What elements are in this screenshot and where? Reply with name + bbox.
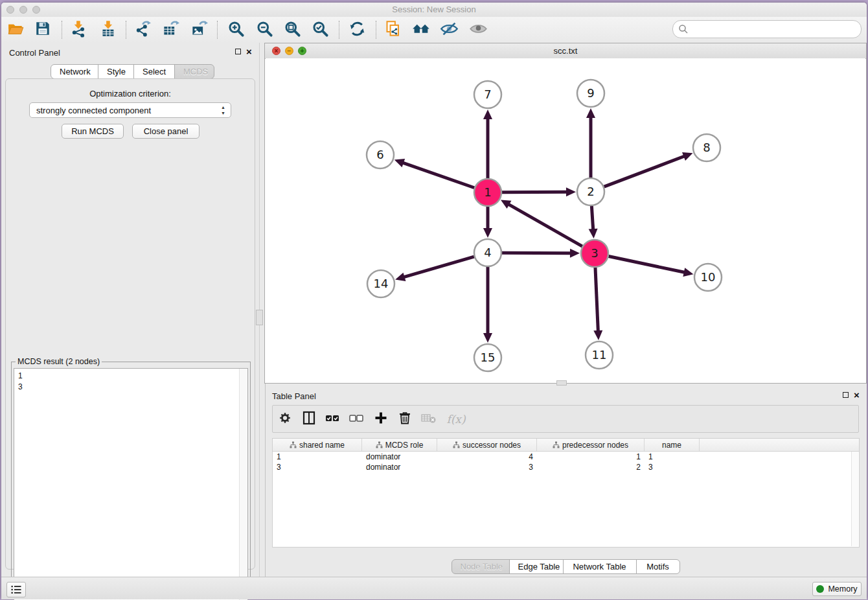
- tab-select[interactable]: Select: [133, 64, 175, 79]
- zoom-in-button[interactable]: [224, 19, 247, 41]
- refresh-icon: [348, 20, 366, 40]
- hide-selected-button[interactable]: [437, 19, 461, 41]
- column-header-name[interactable]: name: [645, 439, 700, 451]
- network-canvas[interactable]: 7968124314101511: [266, 58, 865, 382]
- trash-icon: [397, 410, 413, 428]
- graph-edge-4-3[interactable]: [502, 253, 571, 253]
- select-all-columns-button[interactable]: [321, 408, 345, 431]
- delete-table-button[interactable]: [417, 408, 440, 431]
- export-table-button[interactable]: [159, 19, 182, 41]
- graph-edge-2-8[interactable]: [604, 156, 685, 187]
- first-neighbors-button[interactable]: [409, 19, 433, 41]
- unselect-all-columns-button[interactable]: [345, 408, 369, 431]
- tab-network-table[interactable]: Network Table: [563, 559, 637, 574]
- graph-edge-1-6[interactable]: [402, 163, 474, 188]
- graph-node-label: 15: [481, 351, 496, 364]
- table-options-button[interactable]: [273, 408, 297, 431]
- cell-name[interactable]: 1: [645, 452, 700, 462]
- tab-motifs[interactable]: Motifs: [636, 559, 680, 574]
- tab-network[interactable]: Network: [51, 64, 98, 79]
- graph-edge-arrowhead: [483, 333, 492, 343]
- tab-node-table[interactable]: Node Table: [451, 559, 510, 574]
- cell-predecessor-nodes[interactable]: 1: [537, 452, 645, 462]
- mcds-result-textarea[interactable]: 1 3: [14, 368, 248, 600]
- table-panel: Table Panel ×: [264, 386, 867, 577]
- show-columns-button[interactable]: [297, 408, 321, 431]
- cell-successor-nodes[interactable]: 4: [437, 452, 537, 462]
- export-image-button[interactable]: [187, 19, 211, 41]
- eye-icon: [469, 20, 488, 40]
- zoom-out-button[interactable]: [253, 19, 276, 41]
- column-header-predecessor-nodes[interactable]: predecessor nodes: [537, 439, 645, 451]
- column-header-shared-name[interactable]: shared name: [273, 439, 362, 451]
- cell-mcds-role[interactable]: dominator: [362, 452, 437, 462]
- run-mcds-button[interactable]: Run MCDS: [62, 124, 124, 139]
- result-line: 3: [14, 382, 247, 393]
- table-scrollbar[interactable]: [851, 452, 858, 546]
- node-table: shared name MCDS role successor nodes: [272, 438, 860, 548]
- column-type-icon: [453, 441, 460, 448]
- list-icon: [10, 584, 22, 595]
- network-view-window: × − + scc.txt 7968124314101511: [264, 43, 867, 384]
- horizontal-split-grip[interactable]: [556, 380, 567, 386]
- clone-network-button[interactable]: [381, 19, 404, 41]
- export-network-button[interactable]: [131, 19, 154, 41]
- graph-edge-4-14[interactable]: [404, 257, 474, 277]
- function-builder-icon: f(x): [446, 413, 465, 426]
- import-network-button[interactable]: [67, 19, 90, 41]
- application-root: Session: New Session: [0, 0, 868, 600]
- cell-predecessor-nodes[interactable]: 2: [537, 462, 645, 472]
- function-builder-button[interactable]: f(x): [440, 408, 472, 431]
- task-history-button[interactable]: [6, 582, 26, 597]
- import-table-button[interactable]: [97, 19, 120, 41]
- graph-node-label: 14: [374, 277, 389, 290]
- float-table-panel-icon[interactable]: [843, 392, 849, 398]
- graph-edge-3-11[interactable]: [595, 268, 598, 332]
- add-column-button[interactable]: [369, 408, 393, 431]
- delete-columns-button[interactable]: [393, 408, 417, 431]
- memory-button[interactable]: Memory: [812, 582, 862, 596]
- criterion-value: strongly connected component: [36, 106, 151, 115]
- column-header-mcds-role[interactable]: MCDS role: [362, 439, 437, 451]
- cell-shared-name[interactable]: 3: [273, 462, 362, 472]
- table-row[interactable]: 3 dominator 3 2 3: [273, 462, 859, 472]
- result-line: 1: [14, 369, 247, 382]
- float-panel-icon[interactable]: [235, 49, 241, 54]
- tab-edge-table[interactable]: Edge Table: [509, 559, 564, 574]
- checked-boxes-icon: [325, 410, 341, 428]
- zoom-fit-button[interactable]: [280, 19, 304, 41]
- graph-edge-2-3[interactable]: [591, 206, 593, 230]
- tab-mcds[interactable]: MCDS: [174, 64, 214, 79]
- result-scrollbar[interactable]: [239, 369, 247, 600]
- graph-edge-3-1[interactable]: [508, 204, 582, 246]
- zoom-selected-button[interactable]: [308, 19, 332, 41]
- cell-mcds-role[interactable]: dominator: [362, 462, 437, 472]
- session-title: Session: New Session: [1, 5, 867, 14]
- refresh-view-button[interactable]: [345, 19, 369, 41]
- open-session-button[interactable]: [4, 19, 27, 41]
- show-all-button[interactable]: [466, 19, 490, 41]
- graph-edge-1-2[interactable]: [502, 192, 567, 192]
- column-type-icon: [553, 441, 560, 448]
- save-floppy-icon: [34, 20, 51, 40]
- graph-edge-3-10[interactable]: [609, 257, 685, 273]
- cell-name[interactable]: 3: [645, 462, 700, 472]
- cell-shared-name[interactable]: 1: [273, 452, 362, 462]
- save-session-button[interactable]: [31, 19, 54, 41]
- close-panel-icon[interactable]: ×: [246, 48, 252, 55]
- tab-style[interactable]: Style: [98, 64, 134, 79]
- control-panel-title: Control Panel: [9, 48, 60, 58]
- close-panel-button[interactable]: Close panel: [132, 124, 200, 139]
- cell-successor-nodes[interactable]: 3: [437, 462, 537, 472]
- search-input[interactable]: [691, 23, 856, 36]
- split-grip[interactable]: [256, 310, 263, 325]
- graph-node-label: 7: [484, 87, 491, 101]
- select-stepper-icon: ▲▼: [221, 104, 225, 116]
- toolbar-separator: [339, 21, 339, 39]
- column-header-successor-nodes[interactable]: successor nodes: [437, 439, 537, 451]
- mcds-result-fieldset: MCDS result (2 nodes) 1 3: [11, 362, 251, 600]
- delete-table-icon: [420, 410, 437, 428]
- close-table-panel-icon[interactable]: ×: [854, 391, 860, 398]
- table-row[interactable]: 1 dominator 4 1 1: [273, 452, 859, 462]
- criterion-select[interactable]: strongly connected component ▲▼: [29, 102, 231, 118]
